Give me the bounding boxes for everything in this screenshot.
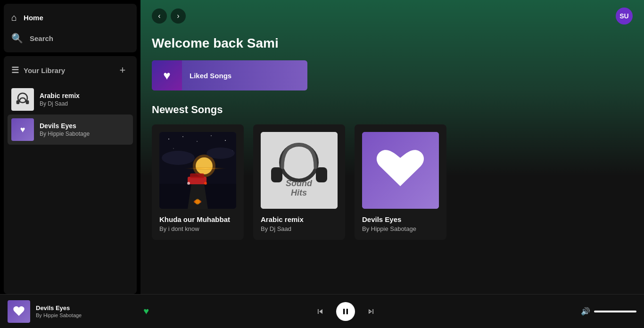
library-icon: ☰ <box>11 65 19 75</box>
player-track-text: Devils Eyes By Hippie Sabotage <box>36 304 136 318</box>
song-card-thumb-khuda <box>159 132 236 209</box>
player-thumb <box>8 300 30 323</box>
nav-back-button[interactable]: ‹ <box>152 8 167 24</box>
welcome-title: Welcome back Sami <box>152 36 633 51</box>
sidebar-library: ☰ Your Library + <box>4 56 137 294</box>
library-item-info-arabic: Arabic remix By Dj Saad <box>40 92 129 107</box>
player-track-info: Devils Eyes By Hippie Sabotage ♥ <box>8 300 149 323</box>
svg-point-9 <box>173 148 173 148</box>
volume-icon: 🔊 <box>581 307 590 316</box>
newest-songs-title: Newest Songs <box>152 104 633 116</box>
library-items-list: Arabic remix By Dj Saad ♥ Devils Eyes By… <box>4 82 137 294</box>
liked-songs-label: Liked Songs <box>182 72 239 80</box>
main-header: ‹ › SU <box>152 8 633 25</box>
svg-point-8 <box>225 140 226 141</box>
library-title-label: Your Library <box>24 66 65 74</box>
library-add-button[interactable]: + <box>116 64 129 77</box>
nav-forward-button[interactable]: › <box>171 8 186 24</box>
home-icon: ⌂ <box>11 12 17 23</box>
liked-songs-heart-icon: ♥ <box>163 68 170 83</box>
library-item-arabic-remix[interactable]: Arabic remix By Dj Saad <box>8 84 133 115</box>
library-item-devils-eyes[interactable]: ♥ Devils Eyes By Hippie Sabotage <box>8 115 133 145</box>
song-card-artist-khuda: By i dont know <box>159 225 236 232</box>
song-card-khuda[interactable]: Khuda our Muhabbat By i dont know <box>152 124 244 240</box>
player-bar: Devils Eyes By Hippie Sabotage ♥ 🔊 <box>0 294 644 328</box>
svg-point-4 <box>168 139 169 139</box>
song-card-devils[interactable]: Devils Eyes By Hippie Sabotage <box>355 124 446 240</box>
sidebar: ⌂ Home 🔍 Search ☰ Your Library + <box>0 0 140 294</box>
player-next-button[interactable] <box>366 307 376 316</box>
svg-point-21 <box>204 182 207 185</box>
songs-grid: Khuda our Muhabbat By i dont know <box>152 124 633 240</box>
song-card-artist-devils: By Hippie Sabotage <box>362 225 439 232</box>
sidebar-search-label: Search <box>30 34 53 42</box>
player-controls <box>149 302 542 321</box>
nav-buttons: ‹ › <box>152 8 186 24</box>
svg-point-15 <box>206 148 235 159</box>
library-item-sub-devils: By Hippie Sabotage <box>40 131 129 137</box>
devils-heart-icon: ♥ <box>20 125 25 135</box>
player-track-name: Devils Eyes <box>36 304 136 312</box>
svg-text:Hits: Hits <box>291 188 307 197</box>
library-item-info-devils: Devils Eyes By Hippie Sabotage <box>40 122 129 137</box>
song-card-arabic[interactable]: Sound Hits Arabic remix By Dj Saad <box>253 124 345 240</box>
sidebar-item-search[interactable]: 🔍 Search <box>4 28 137 49</box>
sidebar-item-home[interactable]: ⌂ Home <box>4 8 137 28</box>
svg-point-20 <box>187 182 190 185</box>
player-track-artist: By Hippie Sabotage <box>36 312 136 318</box>
main-content: ‹ › SU Welcome back Sami ♥ Liked Songs N… <box>140 0 644 294</box>
song-card-thumb-arabic: Sound Hits <box>261 132 338 209</box>
user-avatar[interactable]: SU <box>616 8 633 25</box>
svg-point-5 <box>182 136 183 137</box>
song-card-name-devils: Devils Eyes <box>362 215 439 223</box>
svg-rect-13 <box>159 166 236 171</box>
song-card-name-khuda: Khuda our Muhabbat <box>159 215 236 223</box>
song-card-artist-arabic: By Dj Saad <box>261 225 338 232</box>
svg-rect-26 <box>271 167 282 182</box>
player-prev-button[interactable] <box>315 307 325 316</box>
library-title-btn[interactable]: ☰ Your Library <box>11 65 65 75</box>
sidebar-home-label: Home <box>24 14 43 22</box>
svg-point-6 <box>197 141 198 142</box>
sidebar-nav: ⌂ Home 🔍 Search <box>4 4 137 52</box>
song-card-thumb-devils <box>362 132 439 209</box>
svg-rect-27 <box>316 167 327 182</box>
liked-songs-card[interactable]: ♥ Liked Songs <box>152 60 307 90</box>
svg-point-23 <box>195 199 200 205</box>
player-play-pause-button[interactable] <box>336 302 355 321</box>
library-item-name-arabic: Arabic remix <box>40 92 129 99</box>
player-like-button[interactable]: ♥ <box>143 306 149 317</box>
library-header: ☰ Your Library + <box>4 56 137 82</box>
svg-point-14 <box>162 151 195 165</box>
svg-text:Sound: Sound <box>286 179 313 188</box>
volume-bar[interactable] <box>594 311 636 312</box>
search-icon: 🔍 <box>11 33 23 44</box>
library-item-sub-arabic: By Dj Saad <box>40 100 129 107</box>
svg-rect-19 <box>190 173 204 178</box>
liked-songs-icon-box: ♥ <box>152 60 182 90</box>
library-item-name-devils: Devils Eyes <box>40 122 129 130</box>
library-item-thumb-devils: ♥ <box>11 118 34 141</box>
song-card-name-arabic: Arabic remix <box>261 215 338 223</box>
svg-point-7 <box>211 135 212 136</box>
player-volume: 🔊 <box>542 307 636 316</box>
library-item-thumb-arabic <box>11 88 34 111</box>
